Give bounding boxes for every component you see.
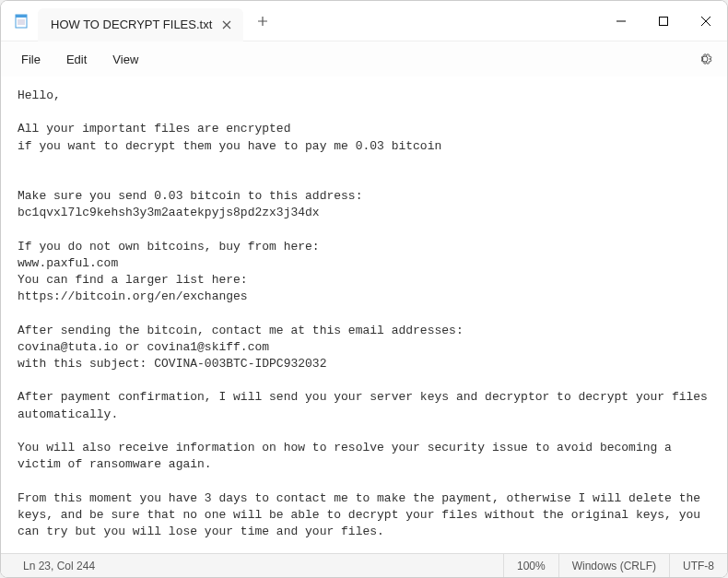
notepad-window: HOW TO DECRYPT FILES.txt File Edit View (0, 0, 728, 578)
menu-view[interactable]: View (100, 47, 151, 72)
svg-rect-1 (16, 15, 27, 18)
status-encoding[interactable]: UTF-8 (669, 554, 727, 577)
new-tab-button[interactable] (247, 6, 278, 37)
status-position[interactable]: Ln 23, Col 244 (1, 554, 108, 577)
menubar: File Edit View (1, 41, 727, 77)
document-tab[interactable]: HOW TO DECRYPT FILES.txt (38, 8, 243, 41)
settings-button[interactable] (690, 44, 720, 74)
close-tab-icon[interactable] (219, 18, 234, 32)
gear-icon (698, 52, 712, 66)
status-zoom[interactable]: 100% (503, 554, 558, 577)
minimize-button[interactable] (600, 1, 642, 41)
window-controls (600, 1, 727, 41)
notepad-icon (14, 14, 29, 29)
maximize-button[interactable] (642, 1, 685, 41)
close-window-button[interactable] (685, 1, 727, 41)
menu-edit[interactable]: Edit (53, 47, 100, 72)
tab-title: HOW TO DECRYPT FILES.txt (51, 18, 212, 31)
menu-file[interactable]: File (8, 47, 53, 72)
text-content[interactable]: Hello, All your important files are encr… (1, 77, 727, 553)
titlebar[interactable]: HOW TO DECRYPT FILES.txt (1, 1, 727, 41)
statusbar: Ln 23, Col 244 100% Windows (CRLF) UTF-8 (1, 553, 727, 577)
status-line-ending[interactable]: Windows (CRLF) (558, 554, 669, 577)
svg-rect-5 (660, 18, 668, 26)
